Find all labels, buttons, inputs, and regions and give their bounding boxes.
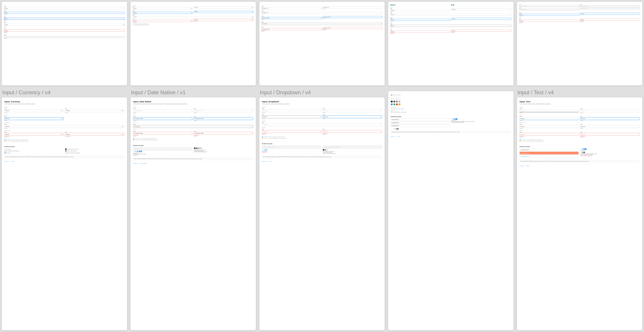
bottom-cell-text: Input / Text / v4 Input, Text To be u <box>515 87 644 332</box>
top-panel-date: Default Label DD / MM / YYYY▾ Message DD… <box>260 2 384 85</box>
bottom-cell-currency: Input / Currency / v4 Input, Currency <box>0 87 129 332</box>
panel-currency: Input, Currency To be used at all moment… <box>2 97 127 330</box>
label-currency: Input / Currency / v4 <box>2 89 127 97</box>
panel-text: Input, Text To be used at all moments wh… <box>517 97 642 330</box>
top-cell-2: Price Input Label ¥ 100.00GBP Message ¥ … <box>129 0 258 87</box>
top-panel-currency-1: Default Label Input text Message Label <box>2 2 127 85</box>
label-text: Input / Text / v4 <box>517 89 642 97</box>
bottom-cell-currency-2: Input / Date Native / v1 Input, Date Nat… <box>129 87 258 332</box>
top-cell-5: Label DisabledOutPlacet1⊕ Label Disabled… <box>515 0 644 87</box>
label-dropdown: Input / Dropdown / v4 <box>260 89 384 97</box>
top-panel-dropdown: Default Label Select text▾ Message Selec… <box>388 2 514 85</box>
panel-variant: Specifications Link to measure rules, co… <box>388 91 514 330</box>
top-row: Default Label Input text Message Label <box>0 0 644 87</box>
top-cell-1: Default Label Input text Message Label <box>0 0 129 87</box>
top-panel-currency-2: Price Input Label ¥ 100.00GBP Message ¥ … <box>130 2 256 85</box>
label-variant <box>388 89 514 91</box>
bottom-row: Input / Currency / v4 Input, Currency <box>0 87 644 332</box>
panel-date-native: Input, Date Native To be used at all mom… <box>130 97 256 330</box>
top-cell-3: Default Label DD / MM / YYYY▾ Message DD… <box>258 0 386 87</box>
bottom-cell-variant: Specifications Link to measure rules, co… <box>386 87 515 332</box>
bottom-cell-dropdown: Input / Dropdown / v4 Input, Dropdown <box>258 87 386 332</box>
panel-dropdown: Input, Dropdown To be used at all moment… <box>260 97 384 330</box>
top-cell-4: Default Label Select text▾ Message Selec… <box>386 0 515 87</box>
label-currency-2: Input / Date Native / v1 <box>130 89 256 97</box>
top-panel-text: Label DisabledOutPlacet1⊕ Label Disabled… <box>517 2 642 85</box>
main-layout: Default Label Input text Message Label <box>0 0 644 332</box>
